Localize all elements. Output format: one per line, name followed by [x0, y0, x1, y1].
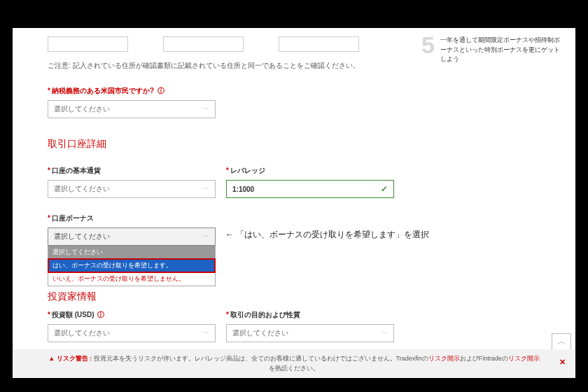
risk-label: リスク警告 :	[57, 355, 92, 362]
leverage-select[interactable]: 1:1000 ✓	[226, 180, 394, 198]
info-icon[interactable]: ⓘ	[158, 86, 164, 96]
select-value: 選択してください	[54, 184, 110, 194]
address-input-2[interactable]	[163, 36, 244, 52]
address-note: ご注意: 記入されている住所が確認書類に記載されている住所と同一であることをご確…	[48, 61, 560, 71]
risk-link-1[interactable]: リスク開示	[428, 355, 460, 362]
warning-icon: ▲	[48, 355, 55, 362]
risk-text-1: 投資元本を失うリスクが伴います。レバレッジ商品は、全てのお客様に適しているわけで…	[92, 355, 428, 362]
required-marker: *	[48, 87, 50, 94]
risk-text-2: およびFintradeの	[460, 355, 508, 362]
section-investor-info: 投資家情報	[48, 290, 560, 303]
bonus-option-placeholder[interactable]: 選択してください	[48, 246, 215, 259]
risk-warning-bar: ▲ リスク警告 : 投資元本を失うリスクが伴います。レバレッジ商品は、全てのお客…	[13, 349, 575, 378]
select-value: 選択してください	[54, 328, 110, 338]
chevron-up-icon: ︿	[557, 335, 566, 348]
chevron-down-icon: ﹀	[203, 232, 209, 241]
close-icon[interactable]: ✕	[559, 356, 566, 368]
required-marker: *	[48, 311, 50, 318]
bonus-dropdown: 選択してください はい、ボーナスの受け取りを希望します。 いいえ、ボーナスの受け…	[48, 246, 216, 286]
required-marker: *	[48, 167, 50, 174]
select-value: 選択してください	[232, 328, 288, 338]
bonus-label: *口座ボーナス	[48, 214, 560, 223]
us-tax-select[interactable]: 選択してください ﹀	[48, 100, 216, 118]
chevron-down-icon: ﹀	[382, 329, 388, 338]
select-value: 選択してください	[54, 104, 110, 114]
info-icon[interactable]: ⓘ	[97, 310, 104, 320]
risk-link-2[interactable]: リスク開示	[508, 355, 540, 362]
check-icon: ✓	[381, 184, 388, 194]
trade-purpose-select[interactable]: 選択してください ﹀	[226, 324, 394, 342]
invest-amount-select[interactable]: 選択してください ﹀	[48, 324, 216, 342]
chevron-down-icon: ﹀	[203, 105, 209, 114]
bonus-option-yes[interactable]: はい、ボーナスの受け取りを希望します。	[48, 259, 215, 272]
trade-purpose-label: *取引の目的および性質	[226, 310, 394, 320]
chevron-down-icon: ﹀	[203, 329, 209, 338]
select-value: 選択してください	[54, 232, 110, 241]
address-input-1[interactable]	[48, 36, 128, 52]
scroll-to-top-button[interactable]: ︿	[552, 333, 571, 350]
risk-text-3: を熟読ください。	[269, 365, 319, 372]
select-value: 1:1000	[232, 186, 254, 193]
section-account-details: 取引口座詳細	[48, 138, 560, 150]
required-marker: *	[226, 167, 229, 174]
address-inputs-row	[48, 36, 560, 52]
required-marker: *	[226, 311, 229, 318]
leverage-label: *レバレッジ	[226, 166, 394, 176]
annotation-arrow-text: ← 「はい、ボーナスの受け取りを希望します」を選択	[225, 229, 429, 241]
bonus-option-no[interactable]: いいえ、ボーナスの受け取りを希望しません。	[48, 272, 215, 286]
chevron-down-icon: ﹀	[203, 185, 209, 194]
us-tax-label: *納税義務のある米国市民ですか? ⓘ	[48, 86, 560, 96]
base-currency-select[interactable]: 選択してください ﹀	[48, 180, 216, 198]
base-currency-label: *口座の基本通貨	[48, 166, 216, 176]
required-marker: *	[48, 214, 50, 222]
bonus-select[interactable]: 選択してください ﹀	[48, 227, 216, 246]
address-input-3[interactable]	[279, 36, 359, 52]
invest-amount-label: *投資額 (USD) ⓘ	[48, 310, 216, 320]
